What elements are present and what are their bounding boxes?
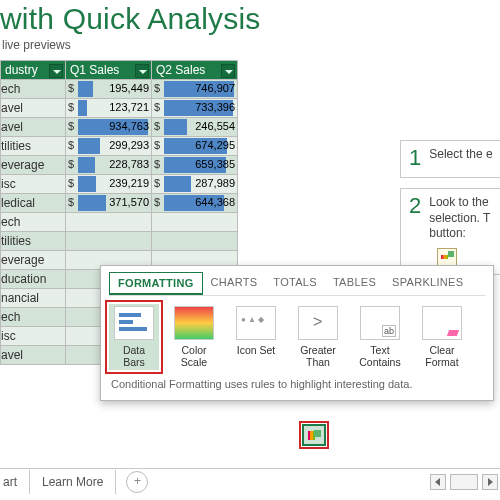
cell-industry[interactable]: isc: [1, 175, 66, 194]
currency-symbol: $: [68, 139, 74, 151]
tab-sparklines[interactable]: SPARKLINES: [384, 272, 471, 295]
step-text: Select the e: [429, 147, 492, 163]
qa-item-color-scale[interactable]: Color Scale: [169, 306, 219, 368]
cell-q1-sales[interactable]: $371,570: [66, 194, 152, 213]
cell-q1-sales[interactable]: [66, 232, 152, 251]
table-row[interactable]: ledical$371,570$644,368: [1, 194, 238, 213]
cell-value: 123,721: [109, 101, 149, 113]
hscroll-track[interactable]: [450, 474, 478, 490]
cell-q1-sales[interactable]: $228,783: [66, 156, 152, 175]
cell-industry[interactable]: nancial: [1, 289, 66, 308]
qa-item-data-bars[interactable]: Data Bars: [109, 304, 159, 370]
step-1: 1 Select the e: [400, 140, 500, 178]
filter-dropdown-icon[interactable]: [49, 64, 63, 78]
cell-value: 299,293: [109, 139, 149, 151]
currency-symbol: $: [68, 196, 74, 208]
hscroll-right-icon[interactable]: [482, 474, 498, 490]
currency-symbol: $: [68, 120, 74, 132]
cell-industry[interactable]: everage: [1, 156, 66, 175]
hscroll-left-icon[interactable]: [430, 474, 446, 490]
table-row[interactable]: avel$934,763$246,554: [1, 118, 238, 137]
cell-industry[interactable]: tilities: [1, 137, 66, 156]
quick-analysis-icon: [437, 248, 457, 266]
currency-symbol: $: [68, 158, 74, 170]
cell-q1-sales[interactable]: $123,721: [66, 99, 152, 118]
add-sheet-button[interactable]: +: [126, 471, 148, 493]
qa-item-text-contains[interactable]: Text Contains: [355, 306, 405, 368]
tab-formatting[interactable]: FORMATTING: [109, 272, 203, 295]
filter-dropdown-icon[interactable]: [135, 64, 149, 78]
cell-q2-sales[interactable]: [152, 232, 238, 251]
cell-value: 228,783: [109, 158, 149, 170]
sheet-tab[interactable]: art: [0, 470, 30, 494]
icon-set-icon: [236, 306, 276, 340]
qa-item-greater-than[interactable]: Greater Than: [293, 306, 343, 368]
header-q2-sales[interactable]: Q2 Sales: [152, 61, 238, 80]
currency-symbol: $: [154, 82, 160, 94]
cell-industry[interactable]: avel: [1, 118, 66, 137]
cell-q2-sales[interactable]: $644,368: [152, 194, 238, 213]
table-row[interactable]: ech$195,449$746,907: [1, 80, 238, 99]
cell-value: 239,219: [109, 177, 149, 189]
qa-description: Conditional Formatting uses rules to hig…: [101, 374, 493, 400]
tab-tables[interactable]: TABLES: [325, 272, 384, 295]
cell-q2-sales[interactable]: $659,385: [152, 156, 238, 175]
sheet-tab[interactable]: Learn More: [30, 470, 116, 494]
filter-dropdown-icon[interactable]: [221, 64, 235, 78]
data-bar: [164, 119, 187, 135]
cell-q2-sales[interactable]: $733,396: [152, 99, 238, 118]
cell-industry[interactable]: ledical: [1, 194, 66, 213]
cell-q1-sales[interactable]: $195,449: [66, 80, 152, 99]
currency-symbol: $: [154, 196, 160, 208]
cell-q1-sales[interactable]: $239,219: [66, 175, 152, 194]
cell-q1-sales[interactable]: $934,763: [66, 118, 152, 137]
clear-format-icon: [422, 306, 462, 340]
cell-value: 195,449: [109, 82, 149, 94]
cell-q1-sales[interactable]: [66, 213, 152, 232]
step-text: Look to the selection. T button:: [429, 195, 500, 242]
step-number: 1: [409, 147, 421, 169]
cell-industry[interactable]: avel: [1, 99, 66, 118]
cell-value: 287,989: [195, 177, 235, 189]
table-row[interactable]: tilities: [1, 232, 238, 251]
cell-value: 659,385: [195, 158, 235, 170]
qa-item-icon-set[interactable]: Icon Set: [231, 306, 281, 356]
header-q1-sales[interactable]: Q1 Sales: [66, 61, 152, 80]
cell-industry[interactable]: isc: [1, 327, 66, 346]
quick-analysis-button[interactable]: [302, 424, 326, 446]
data-bar: [78, 157, 95, 173]
cell-q2-sales[interactable]: [152, 213, 238, 232]
cell-industry[interactable]: ech: [1, 80, 66, 99]
cell-q2-sales[interactable]: $674,295: [152, 137, 238, 156]
table-row[interactable]: avel$123,721$733,396: [1, 99, 238, 118]
table-row[interactable]: isc$239,219$287,989: [1, 175, 238, 194]
header-industry[interactable]: dustry: [1, 61, 66, 80]
currency-symbol: $: [154, 177, 160, 189]
tab-totals[interactable]: TOTALS: [265, 272, 325, 295]
cell-industry[interactable]: tilities: [1, 232, 66, 251]
data-bar: [78, 100, 87, 116]
cell-q2-sales[interactable]: $287,989: [152, 175, 238, 194]
cell-q2-sales[interactable]: $246,554: [152, 118, 238, 137]
cell-q2-sales[interactable]: $746,907: [152, 80, 238, 99]
qa-item-clear-format[interactable]: Clear Format: [417, 306, 467, 368]
tab-charts[interactable]: CHARTS: [203, 272, 266, 295]
cell-industry[interactable]: ducation: [1, 270, 66, 289]
cell-value: 246,554: [195, 120, 235, 132]
page-subtitle: live previews: [2, 38, 500, 52]
table-row[interactable]: ech: [1, 213, 238, 232]
cell-q1-sales[interactable]: $299,293: [66, 137, 152, 156]
cell-industry[interactable]: ech: [1, 308, 66, 327]
currency-symbol: $: [68, 101, 74, 113]
table-row[interactable]: tilities$299,293$674,295: [1, 137, 238, 156]
step-number: 2: [409, 195, 421, 217]
currency-symbol: $: [154, 120, 160, 132]
data-bar: [78, 81, 93, 97]
cell-value: 733,396: [195, 101, 235, 113]
cell-value: 371,570: [109, 196, 149, 208]
table-row[interactable]: everage$228,783$659,385: [1, 156, 238, 175]
cell-industry[interactable]: ech: [1, 213, 66, 232]
cell-industry[interactable]: avel: [1, 346, 66, 365]
cell-industry[interactable]: everage: [1, 251, 66, 270]
data-bars-icon: [114, 306, 154, 340]
